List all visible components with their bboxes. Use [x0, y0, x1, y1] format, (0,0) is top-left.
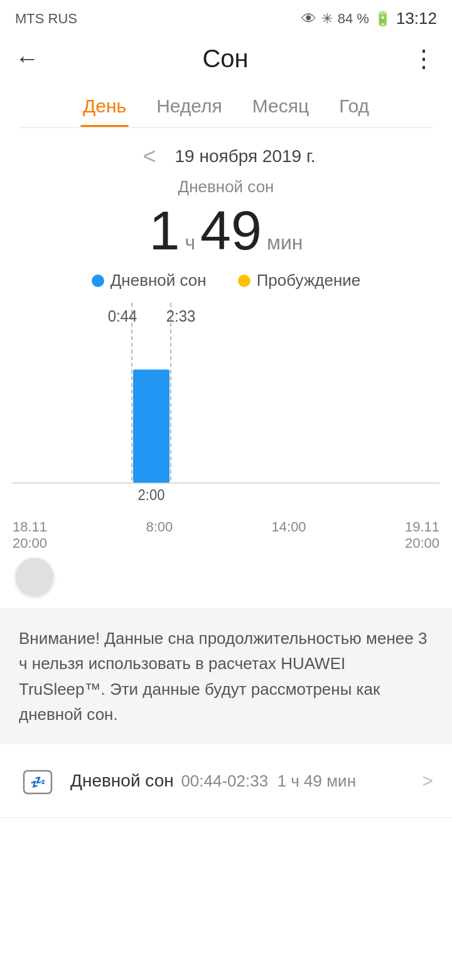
bluetooth-icon: ✳ [321, 11, 333, 27]
x-label-start: 18.11 20:00 [13, 519, 47, 552]
warning-box: Внимание! Данные сна продолжительностью … [0, 608, 452, 744]
x-label-8-line2: 8:00 [146, 519, 173, 535]
legend-wake: Пробуждение [238, 271, 361, 290]
x-label-start-line1: 18.11 [13, 519, 47, 535]
svg-text:2:00: 2:00 [138, 487, 165, 504]
battery-text: 84 % [338, 11, 369, 27]
tabs: День Неделя Месяц Год [0, 83, 452, 127]
nap-dot [92, 275, 104, 287]
chart-svg: 0:44 2:33 2:00 [13, 303, 439, 516]
tab-year[interactable]: Год [336, 89, 372, 127]
chevron-right-icon: > [422, 770, 433, 792]
chart-x-labels: 18.11 20:00 8:00 14:00 19.11 20:00 [0, 519, 452, 552]
nap-label: Дневной сон [110, 271, 207, 290]
carrier-signal: MTS RUS [15, 11, 77, 27]
svg-text:0:44: 0:44 [108, 307, 137, 325]
session-info: Дневной сон 00:44-02:33 1 ч 49 мин [70, 771, 408, 791]
current-date: 19 ноября 2019 г. [175, 146, 316, 166]
back-button[interactable]: ← [15, 45, 39, 72]
chart-legend: Дневной сон Пробуждение [0, 271, 452, 290]
x-label-8: 8:00 [146, 519, 173, 552]
sleep-session-icon: 💤 [19, 762, 56, 800]
tab-week[interactable]: Неделя [154, 89, 225, 127]
x-label-14-line2: 14:00 [272, 519, 306, 535]
x-label-start-line2: 20:00 [13, 535, 47, 552]
page-title: Сон [202, 45, 248, 73]
sleep-chart: 0:44 2:33 2:00 [13, 303, 439, 516]
sleep-type-label: Дневной сон [0, 177, 452, 197]
chart-slider[interactable] [0, 552, 452, 596]
svg-rect-5 [133, 369, 170, 483]
x-label-14: 14:00 [272, 519, 306, 552]
tab-month[interactable]: Месяц [250, 89, 311, 127]
battery-icon: 🔋 [374, 11, 391, 27]
svg-text:2:33: 2:33 [166, 307, 196, 325]
session-duration: 1 ч 49 мин [272, 771, 356, 790]
slider-thumb[interactable] [16, 558, 53, 596]
sleep-session-item[interactable]: 💤 Дневной сон 00:44-02:33 1 ч 49 мин > [0, 744, 452, 818]
minutes-value: 49 [200, 203, 262, 258]
status-right: 👁 ✳ 84 % 🔋 13:12 [301, 9, 437, 28]
status-time: 13:12 [396, 9, 437, 28]
date-navigation: < 19 ноября 2019 г. [0, 128, 452, 173]
prev-date-button[interactable]: < [136, 143, 162, 170]
hours-value: 1 [149, 203, 180, 258]
x-label-end-line1: 19.11 [405, 519, 439, 535]
legend-nap: Дневной сон [92, 271, 207, 290]
tab-day[interactable]: День [80, 89, 129, 127]
x-label-end: 19.11 20:00 [405, 519, 439, 552]
svg-text:💤: 💤 [30, 775, 46, 790]
status-bar: MTS RUS 👁 ✳ 84 % 🔋 13:12 [0, 0, 452, 35]
minutes-unit: мин [267, 231, 303, 254]
eye-icon: 👁 [301, 10, 316, 28]
session-title: Дневной сон [70, 771, 174, 790]
header: ← Сон ⋮ [0, 35, 452, 83]
session-time-range: 00:44-02:33 [176, 771, 272, 790]
x-label-end-line2: 20:00 [405, 535, 439, 552]
hours-unit: ч [185, 231, 195, 254]
warning-text: Внимание! Данные сна продолжительностью … [19, 629, 427, 724]
wake-label: Пробуждение [257, 271, 361, 290]
sleep-duration: 1 ч 49 мин [0, 203, 452, 258]
more-menu-button[interactable]: ⋮ [412, 45, 437, 73]
wake-dot [238, 275, 250, 287]
